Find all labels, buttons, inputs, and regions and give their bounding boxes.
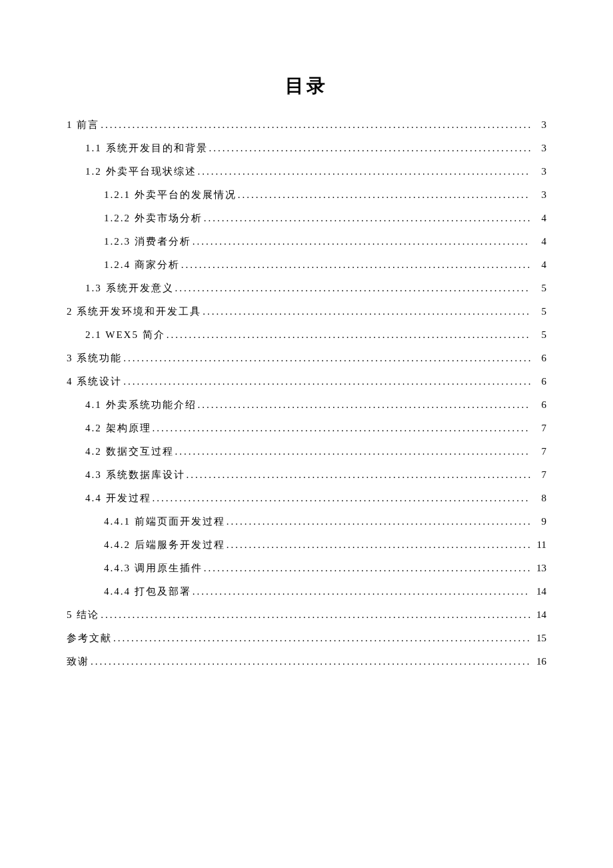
toc-leader-dots: ........................................… [227, 539, 530, 551]
toc-entry: 1.2.4 商家分析..............................… [67, 259, 546, 271]
toc-entry-label: 1.2.2 外卖市场分析 [104, 212, 203, 225]
toc-entry: 4.4 开发过程................................… [67, 492, 546, 505]
toc-entry-page: 9 [532, 516, 546, 527]
toc-leader-dots: ........................................… [203, 306, 530, 317]
toc-entry-label: 2.1 WEX5 简介 [85, 329, 165, 341]
toc-entry-label: 4 系统设计 [67, 375, 122, 388]
toc-entry: 4.4.4 打包及部署.............................… [67, 585, 546, 598]
toc-entry-page: 13 [532, 563, 546, 574]
toc-leader-dots: ........................................… [123, 353, 530, 364]
toc-entry-page: 5 [532, 306, 546, 317]
toc-entry-page: 14 [532, 586, 546, 597]
toc-leader-dots: ........................................… [91, 656, 530, 667]
toc-entry: 5 结论....................................… [67, 609, 546, 621]
toc-entry: 4 系统设计..................................… [67, 375, 546, 388]
toc-leader-dots: ........................................… [227, 516, 530, 527]
toc-entry-page: 3 [532, 143, 546, 154]
toc-leader-dots: ........................................… [204, 563, 530, 574]
toc-entry: 4.3 系统数据库设计.............................… [67, 469, 546, 481]
toc-leader-dots: ........................................… [193, 586, 530, 597]
toc-entry-page: 15 [532, 633, 546, 644]
toc-entry: 1.2.1 外卖平台的发展情况.........................… [67, 189, 546, 201]
toc-entry-page: 7 [532, 469, 546, 481]
toc-leader-dots: ........................................… [167, 329, 530, 341]
toc-entry-label: 致谢 [67, 655, 89, 668]
toc-entry-page: 5 [532, 283, 546, 294]
toc-entry: 致谢......................................… [67, 655, 546, 668]
toc-entry: 4.4.2 后端服务开发过程..........................… [67, 539, 546, 551]
toc-entry: 1.2 外卖平台现状综述............................… [67, 165, 546, 178]
toc-entry-page: 4 [532, 236, 546, 247]
toc-entry-label: 4.2 数据交互过程 [85, 445, 174, 458]
toc-entry: 1.2.3 消费者分析.............................… [67, 235, 546, 248]
toc-entry-page: 6 [532, 376, 546, 387]
toc-entry: 3 系统功能..................................… [67, 352, 546, 365]
toc-leader-dots: ........................................… [181, 259, 530, 271]
toc-leader-dots: ........................................… [209, 143, 531, 154]
toc-entry-label: 4.2 架构原理 [85, 422, 151, 435]
toc-entry-page: 6 [532, 353, 546, 364]
toc-list: 1 前言....................................… [67, 119, 546, 668]
toc-leader-dots: ........................................… [187, 469, 531, 481]
toc-entry-label: 4.4.2 后端服务开发过程 [104, 539, 225, 551]
toc-entry-label: 1 前言 [67, 119, 99, 131]
toc-entry-label: 1.2.1 外卖平台的发展情况 [104, 189, 237, 201]
toc-entry: 1.1 系统开发目的和背景...........................… [67, 142, 546, 155]
toc-entry-label: 5 结论 [67, 609, 99, 621]
toc-entry-label: 4.3 系统数据库设计 [85, 469, 185, 481]
toc-leader-dots: ........................................… [153, 423, 531, 434]
toc-entry-page: 11 [532, 539, 546, 551]
toc-title: 目录 [67, 73, 546, 99]
toc-entry-label: 1.2 外卖平台现状综述 [85, 165, 197, 178]
toc-entry: 1.3 系统开发意义..............................… [67, 282, 546, 295]
toc-leader-dots: ........................................… [198, 166, 531, 177]
toc-entry-label: 1.1 系统开发目的和背景 [85, 142, 208, 155]
toc-entry-label: 1.2.4 商家分析 [104, 259, 180, 271]
toc-entry-page: 7 [532, 423, 546, 434]
toc-entry-label: 4.4.4 打包及部署 [104, 585, 191, 598]
toc-leader-dots: ........................................… [175, 283, 531, 294]
toc-entry-page: 4 [532, 259, 546, 271]
toc-entry-label: 2 系统开发环境和开发工具 [67, 305, 201, 318]
toc-entry-label: 4.4 开发过程 [85, 492, 151, 505]
toc-entry-label: 参考文献 [67, 632, 112, 645]
toc-leader-dots: ........................................… [153, 493, 531, 504]
toc-entry: 4.4.1 前端页面开发过程..........................… [67, 515, 546, 528]
toc-leader-dots: ........................................… [175, 446, 531, 457]
toc-entry-page: 8 [532, 493, 546, 504]
toc-leader-dots: ........................................… [113, 633, 530, 644]
toc-entry: 4.2 架构原理................................… [67, 422, 546, 435]
toc-entry-label: 4.1 外卖系统功能介绍 [85, 399, 197, 411]
toc-entry: 2 系统开发环境和开发工具...........................… [67, 305, 546, 318]
toc-leader-dots: ........................................… [198, 399, 531, 411]
toc-entry-label: 1.3 系统开发意义 [85, 282, 174, 295]
toc-entry-page: 3 [532, 119, 546, 131]
toc-entry-label: 3 系统功能 [67, 352, 122, 365]
toc-entry: 1 前言....................................… [67, 119, 546, 131]
toc-entry-label: 1.2.3 消费者分析 [104, 235, 191, 248]
toc-entry-page: 16 [532, 656, 546, 667]
toc-leader-dots: ........................................… [193, 236, 530, 247]
toc-entry-page: 3 [532, 166, 546, 177]
toc-entry: 4.1 外卖系统功能介绍............................… [67, 399, 546, 411]
toc-leader-dots: ........................................… [204, 213, 530, 224]
toc-entry-page: 7 [532, 446, 546, 457]
toc-entry-page: 14 [532, 609, 546, 621]
toc-entry-label: 4.4.1 前端页面开发过程 [104, 515, 225, 528]
toc-entry: 4.4.3 调用原生插件............................… [67, 562, 546, 575]
toc-entry: 1.2.2 外卖市场分析............................… [67, 212, 546, 225]
toc-leader-dots: ........................................… [101, 609, 530, 621]
toc-entry-page: 5 [532, 329, 546, 341]
toc-leader-dots: ........................................… [101, 119, 530, 131]
toc-entry-page: 6 [532, 399, 546, 411]
toc-entry-label: 4.4.3 调用原生插件 [104, 562, 203, 575]
toc-entry: 参考文献....................................… [67, 632, 546, 645]
toc-entry: 4.2 数据交互过程..............................… [67, 445, 546, 458]
toc-leader-dots: ........................................… [238, 189, 530, 201]
toc-entry-page: 3 [532, 189, 546, 201]
toc-entry: 2.1 WEX5 简介.............................… [67, 329, 546, 341]
toc-leader-dots: ........................................… [123, 376, 530, 387]
toc-entry-page: 4 [532, 213, 546, 224]
